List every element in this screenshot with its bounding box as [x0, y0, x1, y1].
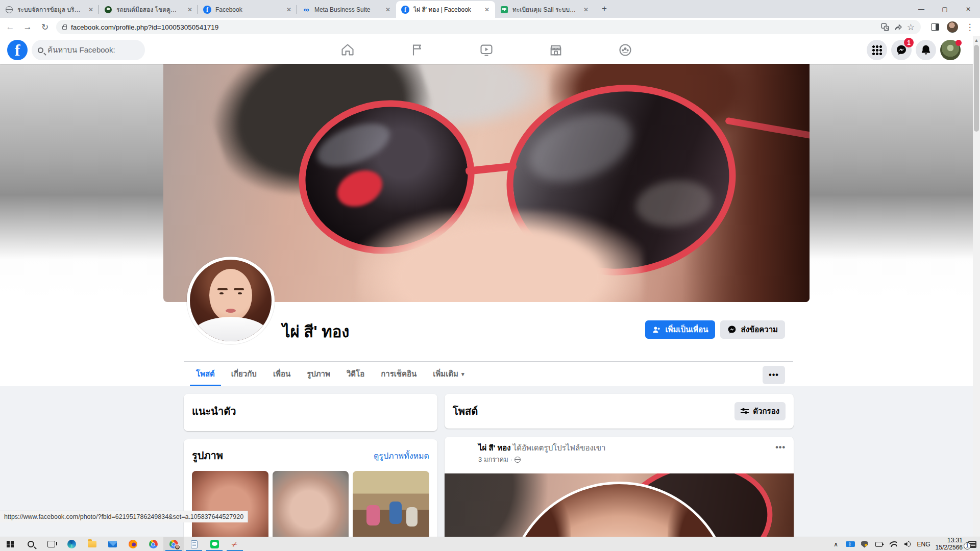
- cover-photo[interactable]: [163, 64, 810, 302]
- address-input[interactable]: facebook.com/profile.php?id=100053050541…: [56, 20, 921, 34]
- profile-more-button[interactable]: •••: [763, 366, 785, 384]
- scrollbar-up-arrow[interactable]: ▲: [973, 36, 980, 44]
- browser-tab-3[interactable]: f Facebook ✕: [198, 1, 297, 18]
- browser-tab-1[interactable]: ระบบจัดการข้อมูล บริษัท โชตคูณโชต ✕: [0, 1, 99, 18]
- wifi-icon[interactable]: [889, 541, 898, 547]
- search-icon: [38, 47, 43, 53]
- file-explorer-app[interactable]: [82, 537, 102, 551]
- firefox-app[interactable]: [122, 537, 143, 551]
- start-button[interactable]: [0, 537, 20, 551]
- maximize-button[interactable]: ▢: [933, 0, 957, 18]
- browser-tab-2[interactable]: รถยนต์มือสอง โชตคูณโชต อุดรธานี ✕: [99, 1, 198, 18]
- browser-tab-4[interactable]: ∞ Meta Business Suite ✕: [297, 1, 396, 18]
- tab-close-icon[interactable]: ✕: [483, 6, 491, 14]
- close-button[interactable]: ✕: [957, 0, 980, 18]
- chrome-profile-app[interactable]: [163, 537, 184, 551]
- notification-center-icon[interactable]: 1: [968, 541, 977, 548]
- send-message-button[interactable]: ส่งข้อความ: [720, 320, 785, 339]
- volume-icon[interactable]: [903, 541, 912, 547]
- apps-grid-icon[interactable]: [867, 40, 887, 60]
- posts-title: โพสต์: [453, 403, 478, 419]
- watch-video-icon[interactable]: [474, 38, 499, 62]
- home-icon[interactable]: [335, 38, 360, 62]
- tab-title: Facebook: [215, 6, 281, 13]
- messenger-icon[interactable]: 1: [891, 40, 912, 60]
- browser-tab-6[interactable]: ทะเบียนคุม Sall ระบบออนไลน์.xlsx - G ✕: [495, 1, 594, 18]
- page-scrollbar[interactable]: ▲: [973, 36, 980, 537]
- notifications-bell-icon[interactable]: [916, 40, 936, 60]
- posts-header-card: โพสต์ ตัวกรอง: [445, 394, 794, 429]
- add-friend-button[interactable]: เพิ่มเป็นเพื่อน: [645, 320, 715, 339]
- photo-thumbnail[interactable]: [192, 471, 268, 537]
- side-panel-icon[interactable]: [928, 20, 942, 34]
- tab-checkins[interactable]: การเช็คอิน: [373, 362, 425, 386]
- see-all-photos-link[interactable]: ดูรูปภาพทั้งหมด: [374, 449, 429, 462]
- browser-profile-avatar[interactable]: [945, 20, 960, 34]
- notepad-icon: [191, 540, 198, 548]
- forward-icon[interactable]: →: [20, 20, 35, 34]
- posts-filter-button[interactable]: ตัวกรอง: [734, 402, 786, 420]
- post-timestamp[interactable]: 3 มกราคม: [478, 454, 508, 465]
- intro-card: แนะนำตัว: [184, 394, 437, 431]
- snipping-tool-app[interactable]: ✂: [225, 537, 245, 551]
- mail-icon: [108, 541, 117, 547]
- filter-icon: [741, 408, 749, 414]
- post-photo[interactable]: [445, 473, 794, 537]
- tab-close-icon[interactable]: ✕: [582, 6, 590, 14]
- facebook-icon: f: [203, 6, 211, 14]
- tab-close-icon[interactable]: ✕: [384, 6, 392, 14]
- share-icon[interactable]: [894, 22, 903, 32]
- bluetooth-icon[interactable]: ᛒ: [846, 541, 855, 547]
- messenger-badge: 1: [904, 38, 914, 47]
- bookmark-star-icon[interactable]: ☆: [907, 22, 915, 33]
- photo-thumbnail[interactable]: [273, 471, 349, 537]
- task-view-button[interactable]: [41, 537, 61, 551]
- security-shield-icon[interactable]: [860, 541, 869, 548]
- facebook-logo[interactable]: f: [7, 40, 28, 60]
- minimize-button[interactable]: —: [910, 0, 933, 18]
- facebook-header-right: 1: [867, 40, 961, 60]
- tab-videos[interactable]: วิดีโอ: [338, 362, 373, 386]
- tab-close-icon[interactable]: ✕: [285, 6, 293, 14]
- browser-tab-active[interactable]: f ไผ่ สี' ทอง | Facebook ✕: [396, 1, 495, 18]
- reload-icon[interactable]: ↻: [38, 20, 52, 34]
- profile-picture[interactable]: [187, 257, 275, 344]
- taskbar-clock[interactable]: 13:31 15/2/2566: [936, 537, 963, 551]
- mail-app[interactable]: [102, 537, 122, 551]
- meta-icon: ∞: [302, 6, 310, 14]
- language-indicator[interactable]: ENG: [917, 541, 930, 548]
- camera-icon[interactable]: [874, 542, 884, 547]
- edge-app[interactable]: [61, 537, 82, 551]
- line-app[interactable]: [204, 537, 225, 551]
- notepad-app[interactable]: [184, 537, 204, 551]
- post-author-avatar[interactable]: [453, 443, 473, 463]
- translate-icon[interactable]: [880, 22, 890, 32]
- new-tab-button[interactable]: +: [597, 2, 611, 16]
- tab-posts[interactable]: โพสต์: [188, 362, 223, 386]
- tab-about[interactable]: เกี่ยวกับ: [223, 362, 265, 386]
- back-icon[interactable]: ←: [3, 20, 17, 34]
- browser-menu-icon[interactable]: ⋮: [963, 20, 977, 34]
- tab-photos[interactable]: รูปภาพ: [299, 362, 338, 386]
- scrollbar-thumb[interactable]: [974, 45, 979, 132]
- chrome-app[interactable]: [143, 537, 163, 551]
- taskbar-search-button[interactable]: [20, 537, 41, 551]
- post-author-name[interactable]: ไผ่ สี' ทอง: [478, 443, 511, 452]
- photo-thumbnail[interactable]: [353, 471, 429, 537]
- groups-icon[interactable]: [613, 38, 638, 62]
- tab-close-icon[interactable]: ✕: [186, 6, 194, 14]
- facebook-search-input[interactable]: ค้นหาบน Facebook:: [32, 40, 145, 60]
- line-icon: [210, 540, 219, 548]
- tab-more[interactable]: เพิ่มเติม▾: [425, 362, 472, 386]
- url-text[interactable]: facebook.com/profile.php?id=100053050541…: [71, 23, 876, 31]
- post-menu-icon[interactable]: •••: [775, 443, 786, 452]
- tab-close-icon[interactable]: ✕: [87, 6, 95, 14]
- marketplace-icon[interactable]: [544, 38, 568, 62]
- pages-flag-icon[interactable]: [405, 38, 429, 62]
- account-avatar[interactable]: [940, 40, 961, 60]
- public-globe-icon: [514, 457, 521, 463]
- profile-actions: เพิ่มเป็นเพื่อน ส่งข้อความ: [645, 320, 785, 339]
- tray-expand-icon[interactable]: ∧: [831, 541, 841, 548]
- tab-friends[interactable]: เพื่อน: [265, 362, 299, 386]
- add-friend-icon: [652, 325, 661, 334]
